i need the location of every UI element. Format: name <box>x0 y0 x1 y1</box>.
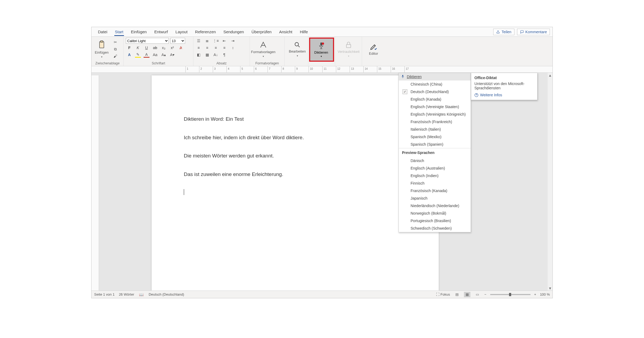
numbering-button[interactable]: ≣ <box>204 38 210 44</box>
focus-mode-button[interactable]: ⛶Fokus <box>436 292 450 296</box>
subscript-button[interactable]: x₂ <box>161 45 167 51</box>
paste-button[interactable]: Einfügen ▾ <box>94 38 110 60</box>
clear-format-button[interactable]: A̷ <box>178 45 184 51</box>
align-left-button[interactable]: ≡ <box>196 45 202 51</box>
scroll-up-icon[interactable]: ▴ <box>548 73 552 78</box>
lang-option[interactable]: Englisch (Vereinigte Staaten) <box>399 103 471 111</box>
shading-button[interactable]: ◧ <box>196 52 202 58</box>
lang-option[interactable]: Italienisch (Italien) <box>399 126 471 133</box>
grow-font-button[interactable]: A▴ <box>161 52 167 58</box>
text-effects-button[interactable]: A <box>126 52 132 58</box>
preview-lang-option[interactable]: Dänisch <box>399 157 471 164</box>
zoom-in-button[interactable]: + <box>534 292 536 296</box>
outdent-button[interactable]: ⇤ <box>221 38 227 44</box>
multilevel-button[interactable]: ⋮≡ <box>213 38 219 44</box>
zoom-out-button[interactable]: − <box>484 292 486 296</box>
lang-option[interactable]: Englisch (Vereinigtes Königreich) <box>399 111 471 118</box>
lang-option[interactable]: Deutsch (Deutschland) <box>399 88 471 95</box>
lang-option[interactable]: Spanisch (Spanien) <box>399 141 471 148</box>
zoom-value[interactable]: 100 % <box>540 292 550 296</box>
italic-button[interactable]: K <box>135 45 141 51</box>
confidentiality-label: Vertraulichkeit <box>338 50 360 54</box>
tab-datei[interactable]: Datei <box>94 27 111 36</box>
confidentiality-button: Vertraulichkeit ▾ <box>337 38 360 60</box>
tab-layout[interactable]: Layout <box>172 27 191 36</box>
highlight-button[interactable]: ✎ <box>135 52 141 58</box>
preview-lang-option[interactable]: Norwegisch (Bokmål) <box>399 210 471 217</box>
horizontal-ruler[interactable]: 1234567891011121314151617 <box>92 66 552 73</box>
preview-lang-option[interactable]: Finnisch <box>399 179 471 187</box>
status-words[interactable]: 26 Wörter <box>119 292 134 296</box>
read-mode-button[interactable]: ▤ <box>454 292 460 297</box>
indent-button[interactable]: ⇥ <box>230 38 236 44</box>
spellcheck-icon[interactable]: 📖 <box>138 292 144 297</box>
strike-button[interactable]: ab <box>152 45 158 51</box>
tab-sendungen[interactable]: Sendungen <box>219 27 248 36</box>
align-center-button[interactable]: ≡ <box>204 45 210 51</box>
vertical-scrollbar[interactable]: ▴ ▾ <box>548 73 552 291</box>
web-layout-button[interactable]: ▭ <box>474 292 481 297</box>
dictate-dropdown-header[interactable]: Diktieren <box>399 73 471 80</box>
lang-option[interactable]: Englisch (Kanada) <box>399 95 471 103</box>
lang-option[interactable]: Französisch (Frankreich) <box>399 118 471 126</box>
show-marks-button[interactable]: ¶ <box>221 52 227 58</box>
tab-start[interactable]: Start <box>111 27 127 36</box>
sort-button[interactable]: A↓ <box>213 52 219 58</box>
lang-option[interactable]: Chinesisch (China) <box>399 80 471 88</box>
bullets-button[interactable]: ☰ <box>196 38 202 44</box>
borders-button[interactable]: ▦ <box>204 52 210 58</box>
preview-lang-option[interactable]: Schwedisch (Schweden) <box>399 225 471 232</box>
share-button[interactable]: Teilen <box>493 29 514 35</box>
shrink-font-button[interactable]: A▾ <box>169 52 175 58</box>
tab-einfügen[interactable]: Einfügen <box>127 27 151 36</box>
status-page[interactable]: Seite 1 von 1 <box>94 292 115 296</box>
preview-lang-option[interactable]: Englisch (Indien) <box>399 172 471 179</box>
document-page[interactable]: Diktieren in Word: Ein Test Ich schreibe… <box>152 75 439 291</box>
tab-überprüfen[interactable]: Überprüfen <box>248 27 275 36</box>
dictate-button[interactable]: Diktieren ▾ <box>309 38 334 62</box>
format-painter-icon[interactable]: 🖌 <box>112 53 118 59</box>
chevron-down-icon: ▾ <box>321 55 322 58</box>
scroll-down-icon[interactable]: ▾ <box>548 286 552 291</box>
office-dictate-tooltip: Office-Diktat Unterstützt von den Micros… <box>471 73 537 100</box>
align-right-button[interactable]: ≡ <box>213 45 219 51</box>
status-language[interactable]: Deutsch (Deutschland) <box>149 292 184 296</box>
tab-ansicht[interactable]: Ansicht <box>275 27 296 36</box>
vertical-ruler[interactable] <box>92 75 99 291</box>
status-bar: Seite 1 von 1 26 Wörter 📖 Deutsch (Deuts… <box>92 291 552 298</box>
tab-entwurf[interactable]: Entwurf <box>151 27 172 36</box>
zoom-slider[interactable] <box>490 294 530 295</box>
tooltip-more-info-link[interactable]: Weitere Infos <box>474 93 534 97</box>
svg-rect-5 <box>346 44 351 47</box>
comments-button[interactable]: Kommentare <box>517 29 550 35</box>
dictate-dropdown: Diktieren Chinesisch (China)Deutsch (Deu… <box>398 73 471 232</box>
preview-lang-option[interactable]: Englisch (Australien) <box>399 164 471 172</box>
font-color-button[interactable]: A <box>144 52 149 58</box>
microphone-icon <box>318 42 325 50</box>
font-name-select[interactable]: Calibri Light <box>126 38 169 44</box>
change-case-button[interactable]: Aa <box>152 52 158 58</box>
preview-lang-option[interactable]: Niederländisch (Niederlande) <box>399 202 471 210</box>
copy-icon[interactable]: ⧉ <box>112 46 118 52</box>
preview-lang-option[interactable]: Französisch (Kanada) <box>399 187 471 194</box>
text-cursor <box>184 189 184 195</box>
cut-icon[interactable]: ✂ <box>112 39 118 45</box>
preview-lang-option[interactable]: Portugiesisch (Brasilien) <box>399 217 471 225</box>
svg-point-4 <box>322 42 324 45</box>
share-icon <box>496 30 500 34</box>
editing-button[interactable]: Bearbeiten ▾ <box>287 38 308 60</box>
group-paragraph: ☰ ≣ ⋮≡ ⇤ ⇥ ≡ ≡ ≡ ≡ ↕ ◧ ▦ A↓ ¶ <box>193 37 250 66</box>
font-size-select[interactable]: 13 <box>170 38 185 44</box>
editor-button[interactable]: Editor <box>364 38 383 60</box>
preview-lang-option[interactable]: Japanisch <box>399 194 471 202</box>
line-spacing-button[interactable]: ↕ <box>230 45 236 51</box>
styles-button[interactable]: Formatvorlagen ▾ <box>252 38 275 60</box>
justify-button[interactable]: ≡ <box>221 45 227 51</box>
bold-button[interactable]: F <box>126 45 132 51</box>
tab-hilfe[interactable]: Hilfe <box>296 27 312 36</box>
lang-option[interactable]: Spanisch (Mexiko) <box>399 133 471 141</box>
print-layout-button[interactable]: ▦ <box>464 292 470 297</box>
underline-button[interactable]: U <box>144 45 149 51</box>
tab-referenzen[interactable]: Referenzen <box>191 27 220 36</box>
superscript-button[interactable]: x² <box>169 45 175 51</box>
